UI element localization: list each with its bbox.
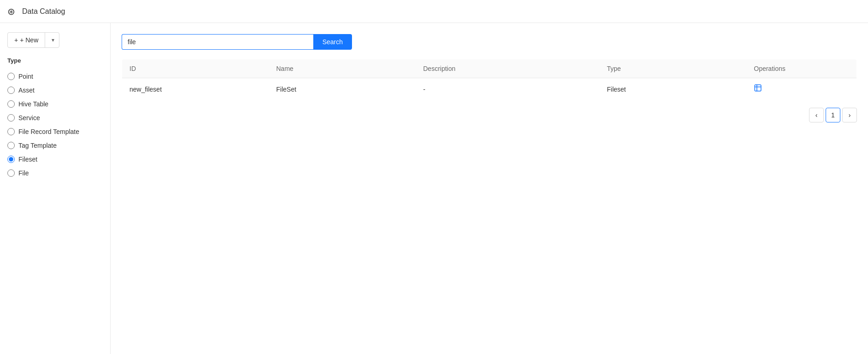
radio-item-service[interactable]: Service: [7, 111, 103, 125]
new-button[interactable]: + + New ▾: [7, 32, 59, 48]
search-bar: Search: [122, 34, 352, 50]
radio-label-fileset[interactable]: Fileset: [18, 156, 37, 163]
radio-item-asset[interactable]: Asset: [7, 83, 103, 97]
radio-hive-table[interactable]: [7, 100, 15, 108]
app-title: Data Catalog: [22, 7, 65, 16]
radio-item-fileset[interactable]: Fileset: [7, 152, 103, 166]
radio-item-tag-template[interactable]: Tag Template: [7, 139, 103, 152]
radio-item-point[interactable]: Point: [7, 70, 103, 83]
radio-file[interactable]: [7, 169, 15, 177]
search-input[interactable]: [122, 34, 313, 50]
radio-item-file[interactable]: File: [7, 166, 103, 180]
radio-tag-template[interactable]: [7, 142, 15, 149]
col-header-name: Name: [269, 59, 416, 78]
svg-rect-0: [755, 85, 762, 91]
new-button-label: + New: [20, 36, 38, 44]
radio-label-file-record-template[interactable]: File Record Template: [18, 128, 79, 135]
new-button-main[interactable]: + + New: [8, 33, 45, 47]
app-logo-icon: ⊛: [7, 6, 18, 17]
cell-type: Fileset: [599, 78, 746, 100]
radio-asset[interactable]: [7, 87, 15, 94]
pagination: ‹ 1 ›: [122, 108, 857, 122]
app-body: + + New ▾ Type Point Asset Hive Table Se…: [0, 23, 868, 354]
col-header-description: Description: [416, 59, 600, 78]
radio-service[interactable]: [7, 114, 15, 122]
col-header-id: ID: [122, 59, 269, 78]
radio-file-record-template[interactable]: [7, 128, 15, 135]
table-row: new_fileset FileSet - Fileset: [122, 78, 857, 100]
radio-item-hive-table[interactable]: Hive Table: [7, 97, 103, 111]
radio-label-hive-table[interactable]: Hive Table: [18, 100, 48, 108]
cell-operations: [746, 78, 856, 100]
pagination-next-button[interactable]: ›: [842, 108, 857, 122]
cell-name: FileSet: [269, 78, 416, 100]
radio-label-point[interactable]: Point: [18, 73, 33, 80]
new-button-wrapper: + + New ▾: [7, 32, 103, 48]
app-header: ⊛ Data Catalog: [0, 0, 868, 23]
radio-label-service[interactable]: Service: [18, 114, 40, 122]
main-content: Search ID Name Description Type Operatio…: [111, 23, 868, 354]
pagination-current-page: 1: [826, 108, 840, 122]
col-header-type: Type: [599, 59, 746, 78]
radio-label-asset[interactable]: Asset: [18, 87, 35, 94]
table-header-row: ID Name Description Type Operations: [122, 59, 857, 78]
pagination-prev-button[interactable]: ‹: [809, 108, 824, 122]
cell-description: -: [416, 78, 600, 100]
new-button-dropdown-arrow[interactable]: ▾: [47, 33, 59, 47]
type-section-label: Type: [7, 57, 103, 64]
radio-fileset[interactable]: [7, 156, 15, 163]
plus-icon: +: [14, 36, 18, 44]
search-button[interactable]: Search: [313, 34, 352, 50]
radio-point[interactable]: [7, 73, 15, 80]
results-table: ID Name Description Type Operations new_…: [122, 59, 857, 100]
radio-label-file[interactable]: File: [18, 169, 29, 177]
radio-label-tag-template[interactable]: Tag Template: [18, 142, 57, 149]
sidebar: + + New ▾ Type Point Asset Hive Table Se…: [0, 23, 111, 354]
col-header-operations: Operations: [746, 59, 856, 78]
view-icon[interactable]: [754, 85, 762, 94]
radio-item-file-record-template[interactable]: File Record Template: [7, 125, 103, 139]
cell-id: new_fileset: [122, 78, 269, 100]
